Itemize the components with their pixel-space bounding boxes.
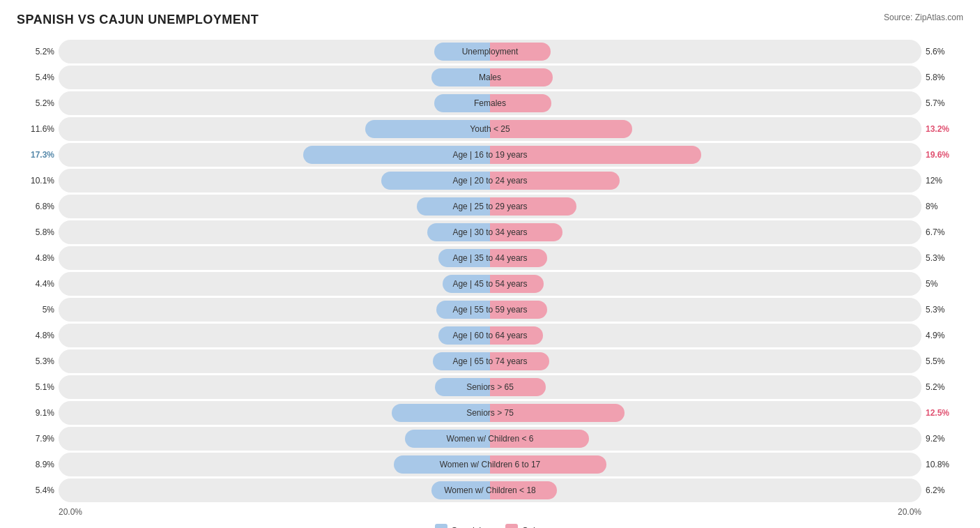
bar-section: Age | 16 to 19 years xyxy=(59,143,921,167)
cajun-value: 5.3% xyxy=(921,253,963,263)
cajun-value: 5.5% xyxy=(921,356,963,366)
bar-section: Age | 45 to 54 years xyxy=(59,272,921,296)
cajun-bar xyxy=(490,481,557,499)
cajun-value: 12.5% xyxy=(921,408,963,418)
cajun-bar xyxy=(490,146,701,164)
cajun-bar xyxy=(490,197,576,216)
bar-row: 5.1%Seniors > 655.2% xyxy=(17,375,963,399)
chart-legend: Spanish Cajun xyxy=(17,524,963,528)
bar-row: 9.1%Seniors > 7512.5% xyxy=(17,401,963,425)
cajun-value: 5.3% xyxy=(921,305,963,315)
spanish-bar xyxy=(443,275,490,293)
spanish-bar xyxy=(392,404,490,422)
bar-section: Youth < 25 xyxy=(59,117,921,141)
bar-row: 5.8%Age | 30 to 34 years6.7% xyxy=(17,220,963,244)
bar-row: 4.4%Age | 45 to 54 years5% xyxy=(17,272,963,296)
bar-row: 5.4%Women w/ Children < 186.2% xyxy=(17,478,963,502)
bar-row: 5%Age | 55 to 59 years5.3% xyxy=(17,298,963,322)
bar-row: 5.4%Males5.8% xyxy=(17,66,963,89)
cajun-value: 5.7% xyxy=(921,98,963,108)
bar-section: Women w/ Children < 6 xyxy=(59,427,921,451)
spanish-bar xyxy=(434,43,490,61)
cajun-value: 9.2% xyxy=(921,434,963,444)
cajun-bar xyxy=(490,120,632,138)
spanish-bar xyxy=(438,249,490,267)
spanish-value: 10.1% xyxy=(17,176,59,186)
cajun-bar xyxy=(490,275,544,293)
bar-row: 6.8%Age | 25 to 29 years8% xyxy=(17,195,963,218)
cajun-bar xyxy=(490,94,551,112)
spanish-value: 5.2% xyxy=(17,47,59,56)
bar-section: Age | 60 to 64 years xyxy=(59,324,921,347)
spanish-bar xyxy=(434,94,490,112)
spanish-bar xyxy=(427,223,490,241)
spanish-bar xyxy=(433,352,490,370)
bar-row: 7.9%Women w/ Children < 69.2% xyxy=(17,427,963,451)
spanish-bar xyxy=(365,120,491,138)
cajun-value: 19.6% xyxy=(921,150,963,160)
cajun-value: 6.7% xyxy=(921,227,963,237)
legend-spanish: Spanish xyxy=(435,524,484,528)
chart-title: SPANISH VS CAJUN UNEMPLOYMENT xyxy=(17,13,259,27)
spanish-bar xyxy=(431,68,490,86)
bar-row: 5.3%Age | 65 to 74 years5.5% xyxy=(17,349,963,373)
spanish-value: 5.4% xyxy=(17,485,59,495)
cajun-value: 12% xyxy=(921,176,963,186)
legend-spanish-icon xyxy=(435,524,447,528)
bar-section: Age | 25 to 29 years xyxy=(59,195,921,218)
spanish-value: 4.8% xyxy=(17,253,59,263)
spanish-bar xyxy=(417,197,490,216)
bar-row: 8.9%Women w/ Children 6 to 1710.8% xyxy=(17,453,963,476)
spanish-bar xyxy=(303,146,490,164)
cajun-bar xyxy=(490,43,551,61)
spanish-value: 9.1% xyxy=(17,408,59,418)
legend-cajun-label: Cajun xyxy=(522,525,546,529)
cajun-bar xyxy=(490,172,620,190)
bar-row: 4.8%Age | 35 to 44 years5.3% xyxy=(17,246,963,270)
spanish-value: 5.2% xyxy=(17,98,59,108)
cajun-bar xyxy=(490,455,606,474)
bar-section: Age | 65 to 74 years xyxy=(59,349,921,373)
spanish-bar xyxy=(438,326,490,345)
chart-container: SPANISH VS CAJUN UNEMPLOYMENT Source: Zi… xyxy=(0,0,980,528)
spanish-bar xyxy=(431,481,490,499)
bar-section: Age | 55 to 59 years xyxy=(59,298,921,322)
cajun-value: 8% xyxy=(921,202,963,211)
spanish-bar xyxy=(381,172,490,190)
cajun-value: 5.2% xyxy=(921,382,963,392)
bar-section: Age | 20 to 24 years xyxy=(59,169,921,193)
x-axis-left: 20.0% xyxy=(59,507,82,517)
bar-section: Seniors > 75 xyxy=(59,401,921,425)
chart-source: Source: ZipAtlas.com xyxy=(884,13,963,22)
bar-section: Women w/ Children < 18 xyxy=(59,478,921,502)
bar-section: Males xyxy=(59,66,921,89)
legend-cajun: Cajun xyxy=(505,524,546,528)
spanish-value: 5% xyxy=(17,305,59,315)
bar-row: 17.3%Age | 16 to 19 years19.6% xyxy=(17,143,963,167)
x-axis-right: 20.0% xyxy=(898,507,921,517)
bar-section: Unemployment xyxy=(59,40,921,63)
bar-section: Age | 30 to 34 years xyxy=(59,220,921,244)
bar-section: Females xyxy=(59,91,921,115)
x-axis-labels: 20.0% 20.0% xyxy=(17,504,963,517)
cajun-value: 5.8% xyxy=(921,73,963,82)
bar-row: 5.2%Unemployment5.6% xyxy=(17,40,963,63)
cajun-bar xyxy=(490,404,625,422)
cajun-bar xyxy=(490,223,562,241)
cajun-bar xyxy=(490,378,546,396)
cajun-value: 5.6% xyxy=(921,47,963,56)
spanish-value: 5.4% xyxy=(17,73,59,82)
spanish-value: 17.3% xyxy=(17,150,59,160)
spanish-value: 8.9% xyxy=(17,460,59,469)
spanish-value: 4.8% xyxy=(17,331,59,340)
cajun-bar xyxy=(490,68,553,86)
cajun-bar xyxy=(490,249,547,267)
legend-cajun-icon xyxy=(505,524,518,528)
bar-row: 11.6%Youth < 2513.2% xyxy=(17,117,963,141)
cajun-value: 5% xyxy=(921,279,963,289)
bars-area: 5.2%Unemployment5.6%5.4%Males5.8%5.2%Fem… xyxy=(17,40,963,502)
spanish-bar xyxy=(436,301,490,319)
cajun-value: 4.9% xyxy=(921,331,963,340)
legend-spanish-label: Spanish xyxy=(452,525,484,529)
cajun-bar xyxy=(490,301,547,319)
